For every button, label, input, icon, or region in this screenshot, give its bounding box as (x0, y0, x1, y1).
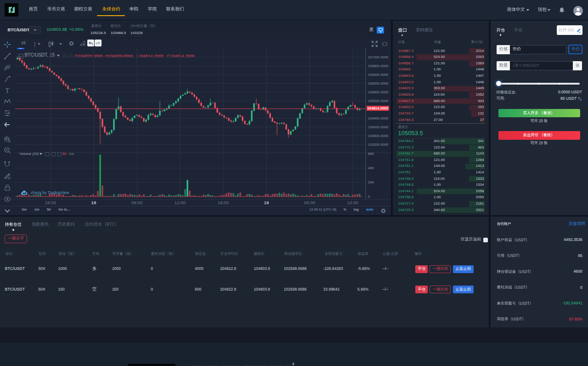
svg-text:105600.0000: 105600.0000 (368, 90, 388, 94)
svg-text:104000.0000: 104000.0000 (368, 125, 388, 129)
svg-text:107200.0000: 107200.0000 (368, 55, 388, 59)
svg-text:20K: 20K (368, 180, 374, 184)
svg-text:106000.0000: 106000.0000 (368, 81, 388, 86)
svg-text:103200.0000: 103200.0000 (368, 143, 388, 147)
svg-text:106800.0000: 106800.0000 (368, 64, 388, 68)
svg-text:106400.0000: 106400.0000 (368, 73, 388, 77)
svg-text:105200.0000: 105200.0000 (368, 99, 388, 103)
svg-text:0: 0 (368, 194, 370, 199)
svg-text:60K: 60K (368, 152, 374, 156)
svg-text:104400.0000: 104400.0000 (368, 116, 388, 120)
svg-text:40K: 40K (368, 166, 374, 170)
svg-text:T: T (6, 87, 10, 94)
svg-text:103600.0000: 103600.0000 (368, 134, 388, 138)
